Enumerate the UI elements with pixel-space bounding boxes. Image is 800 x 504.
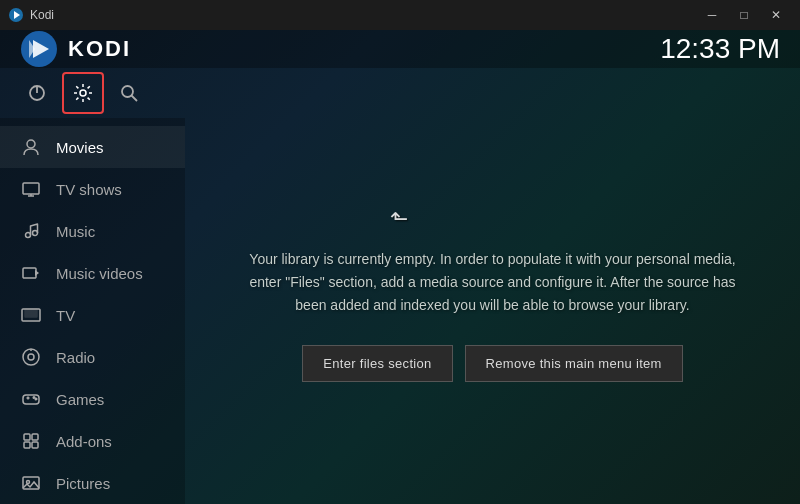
pictures-icon <box>20 472 42 494</box>
svg-point-28 <box>23 349 39 365</box>
sidebar-item-add-ons-label: Add-ons <box>56 433 112 450</box>
sidebar: Movies TV shows Music Music videos <box>0 118 185 504</box>
svg-point-7 <box>80 90 86 96</box>
content-area: ⬑ Your library is currently empty. In or… <box>185 118 800 504</box>
svg-point-18 <box>27 140 35 148</box>
tv-shows-icon <box>20 178 42 200</box>
svg-rect-19 <box>23 183 39 194</box>
logo-area: KODI <box>20 30 131 68</box>
sidebar-item-music[interactable]: Music <box>0 210 185 252</box>
title-bar-left: Kodi <box>8 7 54 23</box>
sidebar-item-pictures-label: Pictures <box>56 475 110 492</box>
sidebar-item-tv-shows-label: TV shows <box>56 181 122 198</box>
search-button[interactable] <box>108 72 150 114</box>
music-icon <box>20 220 42 242</box>
sidebar-item-tv-shows[interactable]: TV shows <box>0 168 185 210</box>
kodi-logo-icon <box>20 30 58 68</box>
svg-line-15 <box>76 98 78 100</box>
maximize-button[interactable]: □ <box>728 0 760 30</box>
svg-rect-24 <box>23 268 36 278</box>
library-empty-message: Your library is currently empty. In orde… <box>233 248 753 317</box>
header: KODI 12:33 PM <box>0 30 800 68</box>
sidebar-item-pictures[interactable]: Pictures <box>0 462 185 504</box>
svg-rect-27 <box>25 309 37 317</box>
svg-line-14 <box>88 86 90 88</box>
add-ons-icon <box>20 430 42 452</box>
sidebar-item-add-ons[interactable]: Add-ons <box>0 420 185 462</box>
svg-line-13 <box>88 98 90 100</box>
power-icon <box>27 83 47 103</box>
sidebar-item-music-videos[interactable]: Music videos <box>0 252 185 294</box>
movies-icon <box>20 136 42 158</box>
svg-point-29 <box>28 354 34 360</box>
svg-line-12 <box>76 86 78 88</box>
svg-line-17 <box>132 96 138 102</box>
top-controls <box>0 68 800 118</box>
remove-menu-item-button[interactable]: Remove this main menu item <box>465 345 683 382</box>
clock-display: 12:33 PM <box>660 33 780 65</box>
main-content: Movies TV shows Music Music videos <box>0 118 800 504</box>
tv-icon <box>20 304 42 326</box>
games-icon <box>20 388 42 410</box>
kodi-title-text: KODI <box>68 36 131 62</box>
sidebar-item-movies[interactable]: Movies <box>0 126 185 168</box>
action-buttons: Enter files section Remove this main men… <box>302 345 682 382</box>
sidebar-item-radio-label: Radio <box>56 349 95 366</box>
svg-point-35 <box>35 398 37 400</box>
sidebar-item-music-videos-label: Music videos <box>56 265 143 282</box>
sidebar-item-games-label: Games <box>56 391 104 408</box>
title-text: Kodi <box>30 8 54 22</box>
music-videos-icon <box>20 262 42 284</box>
sidebar-item-tv[interactable]: TV <box>0 294 185 336</box>
title-bar-controls: ─ □ ✕ <box>696 0 792 30</box>
minimize-button[interactable]: ─ <box>696 0 728 30</box>
cursor-pointer: ⬑ <box>390 206 408 232</box>
svg-rect-39 <box>32 442 38 448</box>
settings-button[interactable] <box>62 72 104 114</box>
sidebar-item-games[interactable]: Games <box>0 378 185 420</box>
enter-files-button[interactable]: Enter files section <box>302 345 452 382</box>
sidebar-item-radio[interactable]: Radio <box>0 336 185 378</box>
svg-marker-25 <box>35 270 39 276</box>
app-container: KODI 12:33 PM <box>0 30 800 504</box>
svg-point-34 <box>33 397 35 399</box>
svg-point-16 <box>122 86 133 97</box>
sidebar-item-tv-label: TV <box>56 307 75 324</box>
svg-rect-37 <box>32 434 38 440</box>
settings-icon <box>73 83 93 103</box>
svg-rect-36 <box>24 434 30 440</box>
title-bar: Kodi ─ □ ✕ <box>0 0 800 30</box>
radio-icon <box>20 346 42 368</box>
svg-rect-40 <box>23 477 39 489</box>
svg-rect-38 <box>24 442 30 448</box>
app-icon <box>8 7 24 23</box>
search-icon <box>119 83 139 103</box>
close-button[interactable]: ✕ <box>760 0 792 30</box>
sidebar-item-movies-label: Movies <box>56 139 104 156</box>
power-button[interactable] <box>16 72 58 114</box>
sidebar-item-music-label: Music <box>56 223 95 240</box>
